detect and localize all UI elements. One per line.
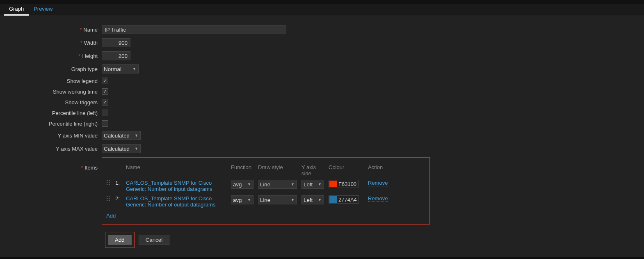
items-header: Name Function Draw style Y axis side Col… — [102, 163, 429, 178]
label-width: *Width — [0, 40, 102, 46]
item-remove-link[interactable]: Remove — [368, 180, 388, 186]
label-width-text: Width — [84, 40, 98, 46]
top-strip — [0, 0, 644, 4]
percentile-right-checkbox[interactable] — [102, 120, 108, 127]
label-name: *Name — [0, 27, 102, 33]
color-swatch-icon — [329, 196, 337, 203]
show-triggers-checkbox[interactable] — [102, 99, 108, 105]
items-header-function: Function — [231, 164, 256, 170]
label-show-legend: Show legend — [0, 78, 102, 84]
tab-preview[interactable]: Preview — [29, 3, 57, 16]
tab-graph[interactable]: Graph — [4, 3, 29, 16]
yaxis-max-select[interactable]: Calculated — [102, 144, 141, 153]
color-swatch-icon — [329, 181, 337, 187]
item-function-select[interactable]: avg — [231, 195, 253, 204]
items-header-colour: Colour — [329, 164, 365, 170]
label-items-text: Items — [84, 165, 98, 171]
items-header-yaxis: Y axis side — [301, 164, 326, 176]
items-box: Name Function Draw style Y axis side Col… — [102, 157, 430, 225]
item-color-hex: 2774A4 — [338, 197, 357, 203]
item-drawstyle-select[interactable]: Line — [258, 195, 297, 204]
label-percentile-right: Percentile line (right) — [0, 121, 102, 127]
label-graph-type: Graph type — [0, 66, 102, 72]
item-name-link[interactable]: CARLOS_Template SNMP for Cisco Generic: … — [126, 180, 212, 192]
width-input[interactable] — [102, 38, 130, 47]
graph-type-select[interactable]: Normal — [102, 64, 139, 73]
item-index: 1: — [115, 180, 123, 186]
percentile-left-checkbox[interactable] — [102, 110, 108, 116]
cancel-button[interactable]: Cancel — [139, 235, 170, 245]
item-drawstyle-select[interactable]: Line — [258, 180, 297, 189]
form-area: *Name *Width *Height Graph type Normal S… — [0, 16, 644, 257]
item-color-input[interactable]: 2774A4 — [329, 195, 359, 204]
item-index: 2: — [115, 195, 123, 202]
items-header-name: Name — [126, 164, 228, 170]
footer-buttons: Add Cancel — [105, 232, 644, 248]
item-yaxis-select[interactable]: Left — [301, 180, 324, 189]
height-input[interactable] — [102, 51, 130, 60]
label-show-triggers: Show triggers — [0, 99, 102, 105]
item-name-link[interactable]: CARLOS_Template SNMP for Cisco Generic: … — [126, 195, 215, 208]
item-remove-link[interactable]: Remove — [368, 195, 388, 202]
label-show-working-time: Show working time — [0, 89, 102, 95]
items-row: 1: CARLOS_Template SNMP for Cisco Generi… — [102, 178, 429, 194]
items-header-action: Action — [368, 164, 397, 170]
label-height-text: Height — [82, 53, 98, 59]
add-button[interactable]: Add — [108, 235, 132, 245]
label-yaxis-min: Y axis MIN value — [0, 133, 102, 139]
label-name-text: Name — [83, 27, 98, 33]
label-height: *Height — [0, 53, 102, 59]
show-legend-checkbox[interactable] — [102, 78, 108, 84]
drag-handle-icon[interactable] — [106, 180, 110, 186]
items-header-drawstyle: Draw style — [258, 164, 299, 170]
tabs-bar: Graph Preview — [0, 4, 644, 16]
yaxis-min-select[interactable]: Calculated — [102, 131, 141, 140]
label-yaxis-max: Y axis MAX value — [0, 146, 102, 152]
items-row: 2: CARLOS_Template SNMP for Cisco Generi… — [102, 194, 429, 209]
name-input[interactable] — [102, 25, 286, 34]
item-color-hex: F63100 — [338, 181, 356, 187]
item-color-input[interactable]: F63100 — [329, 180, 359, 188]
drag-handle-icon[interactable] — [106, 195, 110, 202]
label-items: *Items — [0, 157, 102, 171]
show-working-time-checkbox[interactable] — [102, 88, 108, 95]
item-yaxis-select[interactable]: Left — [301, 195, 324, 204]
add-button-highlight: Add — [105, 232, 135, 248]
items-add-link[interactable]: Add — [106, 213, 116, 219]
label-percentile-left: Percentile line (left) — [0, 110, 102, 116]
item-function-select[interactable]: avg — [231, 180, 253, 189]
